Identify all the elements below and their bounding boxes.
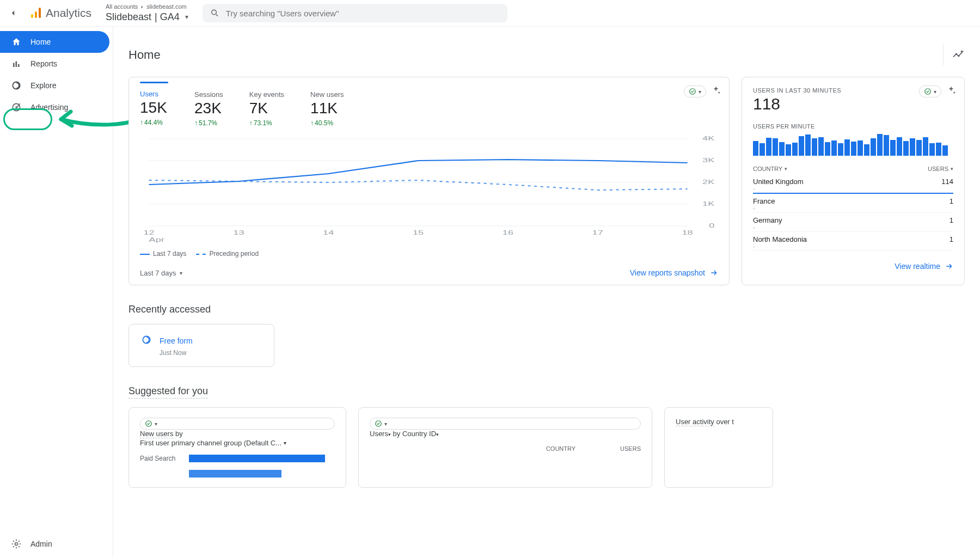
chevron-down-icon: ▾ (699, 89, 701, 95)
property-suffix: | GA4 (155, 11, 180, 23)
nav-reports[interactable]: Reports (0, 53, 109, 75)
data-quality-chip[interactable]: ▾ (919, 85, 941, 97)
explore-icon (141, 334, 152, 347)
back-button[interactable] (5, 5, 21, 21)
overview-card: ▾ Users 15K ↑ 44.4% Sessions 23K (128, 77, 730, 285)
metric-delta: ↑ 73.1% (249, 119, 284, 127)
data-quality-chip[interactable]: ▾ (140, 418, 335, 430)
realtime-bar (877, 134, 883, 156)
property-name: Slidebeast (106, 11, 151, 23)
nav-home[interactable]: Home (0, 31, 109, 53)
trend-chart: 01K2K3K4K12131415161718Apr (140, 136, 718, 247)
metric-label: New users (310, 90, 344, 99)
metric-new-users[interactable]: New users 11K ↑ 40.5% (310, 90, 344, 127)
app-header: Analytics All accounts slidebeast.com Sl… (0, 0, 980, 27)
data-quality-chip[interactable]: ▾ (370, 418, 641, 430)
check-circle-icon (689, 88, 696, 95)
crumb-domain: slidebeast.com (146, 3, 186, 11)
recent-free-form-card[interactable]: Free form Just Now (128, 324, 274, 367)
chart-legend: Last 7 days Preceding period (140, 250, 718, 258)
col-country[interactable]: COUNTRY ▾ (753, 166, 787, 172)
date-range-picker[interactable]: Last 7 days ▾ (140, 269, 182, 277)
svg-point-14 (690, 89, 696, 95)
view-reports-snapshot-link[interactable]: View reports snapshot (630, 268, 718, 277)
search-input[interactable] (226, 9, 500, 18)
nav-admin[interactable]: Admin (0, 531, 113, 557)
nav-advertising-label: Advertising (30, 103, 68, 112)
sparkle-button[interactable] (710, 85, 721, 98)
suggested-card-user-activity[interactable]: User activity over t (664, 407, 773, 488)
suggested-card-users-by-country[interactable]: ▾ Users▾ by Country ID▾ COUNTRY USERS (358, 407, 652, 488)
check-circle-icon (145, 420, 152, 427)
table-row[interactable]: North Macedonia-1 (753, 232, 953, 251)
analytics-logo[interactable]: Analytics (29, 7, 91, 20)
svg-text:17: 17 (592, 229, 603, 236)
metric-value: 7K (249, 100, 284, 117)
link-label: View realtime (895, 262, 940, 271)
nav-admin-label: Admin (30, 540, 52, 548)
realtime-bar (871, 138, 876, 156)
suggested-card-new-users[interactable]: ▾ New users by First user primary channe… (128, 407, 346, 488)
left-nav: Home Reports Explore Advertising Admin (0, 27, 113, 557)
view-realtime-link[interactable]: View realtime (895, 262, 953, 271)
realtime-bar (753, 141, 758, 156)
realtime-bar (844, 139, 850, 156)
table-row[interactable]: United Kingdom-114 (753, 174, 953, 194)
sparkle-icon (946, 85, 957, 96)
legend-main: Last 7 days (153, 250, 186, 258)
metric-key-events[interactable]: Key events 7K ↑ 73.1% (249, 90, 284, 127)
nav-reports-label: Reports (30, 59, 57, 68)
nav-advertising[interactable]: Advertising (0, 96, 109, 118)
table-row[interactable]: Germany-1 (753, 213, 953, 232)
sug-dimension[interactable]: First user primary channel group (Defaul… (140, 439, 335, 447)
target-icon (11, 102, 22, 113)
realtime-bar (857, 140, 863, 156)
svg-point-10 (15, 107, 17, 108)
svg-point-3 (212, 10, 217, 15)
search-bar[interactable] (203, 4, 507, 22)
product-name: Analytics (46, 7, 91, 20)
metric-value: 11K (310, 100, 344, 117)
realtime-bar (812, 138, 817, 156)
chevron-down-icon: ▾ (384, 421, 387, 427)
chevron-down-icon: ▾ (934, 89, 936, 95)
account-picker[interactable]: All accounts slidebeast.com Slidebeast |… (106, 3, 188, 23)
explore-icon (11, 80, 22, 91)
svg-text:18: 18 (682, 229, 693, 236)
realtime-bar (825, 142, 830, 156)
metric-users[interactable]: Users 15K ↑ 44.4% (140, 90, 168, 127)
col-users: USERS (620, 445, 641, 452)
realtime-bar (916, 140, 922, 156)
mini-bar (189, 455, 325, 462)
svg-point-35 (146, 421, 152, 427)
table-row[interactable]: France-1 (753, 194, 953, 213)
mini-bar (189, 470, 281, 478)
realtime-subtitle: USERS PER MINUTE (753, 123, 953, 130)
metric-label: Sessions (194, 90, 223, 99)
realtime-bar (884, 135, 889, 156)
data-quality-chip[interactable]: ▾ (684, 85, 706, 97)
page-title: Home (128, 48, 161, 62)
metric-sessions[interactable]: Sessions 23K ↑ 51.7% (194, 90, 223, 127)
sug-metric: User activity (676, 418, 714, 426)
svg-rect-5 (13, 63, 15, 68)
sparkle-button[interactable] (946, 85, 957, 98)
svg-text:15: 15 (413, 229, 424, 236)
svg-text:0: 0 (709, 222, 714, 229)
content-area: Home ▾ Users (113, 27, 980, 557)
realtime-bar (864, 144, 869, 156)
realtime-bar (792, 143, 798, 156)
realtime-bar (766, 138, 771, 156)
realtime-bar (786, 144, 791, 156)
svg-point-11 (15, 543, 18, 546)
nav-explore[interactable]: Explore (0, 75, 109, 96)
mini-bar-label: Paid Search (140, 455, 186, 462)
chevron-down-icon: ▾ (155, 421, 157, 427)
col-users[interactable]: USERS ▾ (928, 166, 953, 172)
svg-rect-0 (31, 14, 33, 18)
recent-item-time: Just Now (160, 349, 262, 357)
svg-text:14: 14 (323, 229, 334, 236)
insights-button[interactable] (943, 44, 965, 66)
check-circle-icon (375, 420, 382, 427)
realtime-bar (929, 143, 935, 156)
